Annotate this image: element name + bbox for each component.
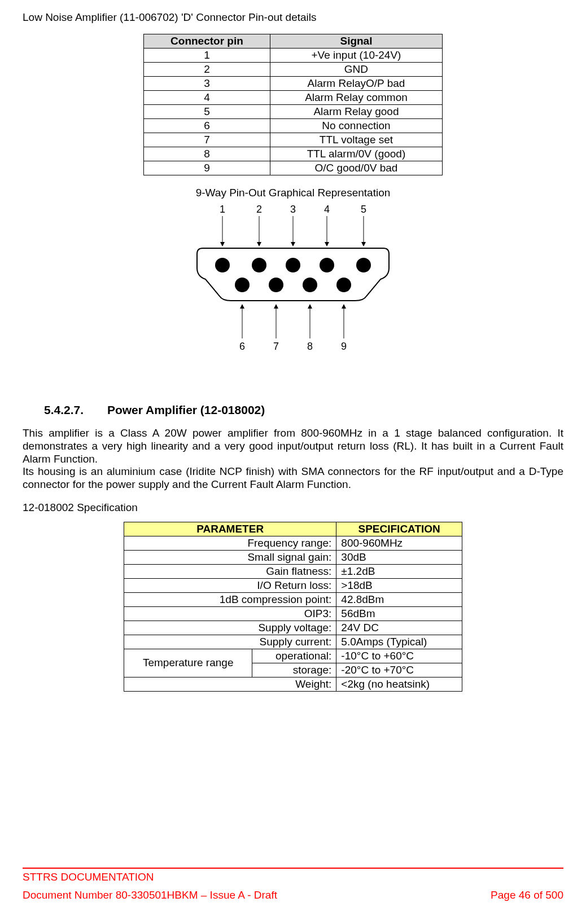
table-row: 5Alarm Relay good: [144, 105, 443, 119]
param-cell: Supply voltage:: [124, 621, 336, 635]
db9-connector-icon: 12345 6789: [180, 200, 406, 358]
spec-cell: -20°C to +70°C: [336, 663, 462, 677]
param-cell: Weight:: [124, 677, 336, 691]
section-title: Power Amplifier (12-018002): [107, 403, 265, 416]
table-row: 1+Ve input (10-24V): [144, 49, 443, 63]
svg-text:3: 3: [290, 204, 296, 215]
table-row: Gain flatness:±1.2dB: [124, 564, 462, 578]
section-number: 5.4.2.7.: [44, 403, 84, 417]
svg-point-16: [269, 278, 283, 292]
signal-cell: O/C good/0V bad: [270, 161, 442, 175]
svg-point-12: [286, 258, 300, 272]
table-row: Temperature rangeoperational:-10°C to +6…: [124, 649, 462, 663]
table-row: 3Alarm RelayO/P bad: [144, 77, 443, 91]
page-title: Low Noise Amplifier (11-006702) 'D' Conn…: [23, 11, 563, 24]
pin-number-cell: 7: [144, 133, 270, 147]
svg-point-14: [356, 258, 371, 272]
pin-number-cell: 8: [144, 147, 270, 161]
table-row: 7TTL voltage set: [144, 133, 443, 147]
param-cell: OIP3:: [124, 606, 336, 621]
table-row: Supply current:5.0Amps (Typical): [124, 635, 462, 649]
signal-cell: No connection: [270, 119, 442, 133]
param-cell: 1dB compression point:: [124, 592, 336, 606]
table-row: Frequency range:800-960MHz: [124, 536, 462, 550]
signal-cell: TTL alarm/0V (good): [270, 147, 442, 161]
signal-cell: Alarm Relay good: [270, 105, 442, 119]
svg-text:8: 8: [307, 341, 313, 352]
spec-table: PARAMETER SPECIFICATION Frequency range:…: [124, 522, 462, 692]
table-row: Supply voltage:24V DC: [124, 621, 462, 635]
table-row: 6No connection: [144, 119, 443, 133]
section-heading: 5.4.2.7. Power Amplifier (12-018002): [44, 403, 563, 417]
svg-point-17: [303, 278, 317, 292]
pinout-table: Connector pin Signal 1+Ve input (10-24V)…: [143, 34, 443, 175]
svg-text:2: 2: [256, 204, 262, 215]
param-cell: Gain flatness:: [124, 564, 336, 578]
diagram-caption: 9-Way Pin-Out Graphical Representation: [23, 187, 563, 199]
pin-number-cell: 2: [144, 63, 270, 77]
svg-text:1: 1: [220, 204, 225, 215]
param-cell: Frequency range:: [124, 536, 336, 550]
spec-header-spec: SPECIFICATION: [336, 522, 462, 536]
spec-cell: ±1.2dB: [336, 564, 462, 578]
signal-cell: GND: [270, 63, 442, 77]
param-group-cell: Temperature range: [124, 649, 252, 677]
svg-text:9: 9: [341, 341, 347, 352]
spec-table-label: 12-018002 Specification: [23, 501, 563, 514]
spec-cell: <2kg (no heatsink): [336, 677, 462, 691]
table-row: I/O Return loss:>18dB: [124, 578, 462, 592]
spec-cell: 24V DC: [336, 621, 462, 635]
pin-number-cell: 5: [144, 105, 270, 119]
pin-number-cell: 1: [144, 49, 270, 63]
pinout-header-pin: Connector pin: [144, 34, 270, 49]
param-cell: operational:: [252, 649, 336, 663]
param-cell: Supply current:: [124, 635, 336, 649]
table-header-row: Connector pin Signal: [144, 34, 443, 49]
spec-cell: -10°C to +60°C: [336, 649, 462, 663]
table-row: 4Alarm Relay common: [144, 91, 443, 105]
svg-text:6: 6: [239, 341, 245, 352]
signal-cell: +Ve input (10-24V): [270, 49, 442, 63]
body-paragraph: Its housing is an aluminium case (Iridit…: [23, 465, 563, 491]
pin-number-cell: 4: [144, 91, 270, 105]
pin-number-cell: 3: [144, 77, 270, 91]
param-cell: Small signal gain:: [124, 550, 336, 564]
param-cell: I/O Return loss:: [124, 578, 336, 592]
spec-cell: >18dB: [336, 578, 462, 592]
spec-cell: 5.0Amps (Typical): [336, 635, 462, 649]
svg-point-18: [336, 278, 351, 292]
spec-header-param: PARAMETER: [124, 522, 336, 536]
connector-diagram: 12345 6789: [23, 200, 563, 358]
table-row: 9O/C good/0V bad: [144, 161, 443, 175]
spec-cell: 56dBm: [336, 606, 462, 621]
pinout-header-signal: Signal: [270, 34, 442, 49]
table-row: Small signal gain:30dB: [124, 550, 462, 564]
signal-cell: Alarm RelayO/P bad: [270, 77, 442, 91]
table-row: Weight:<2kg (no heatsink): [124, 677, 462, 691]
table-row: 2GND: [144, 63, 443, 77]
pin-number-cell: 9: [144, 161, 270, 175]
signal-cell: Alarm Relay common: [270, 91, 442, 105]
spec-cell: 42.8dBm: [336, 592, 462, 606]
table-row: 1dB compression point:42.8dBm: [124, 592, 462, 606]
body-paragraph: This amplifier is a Class A 20W power am…: [23, 427, 563, 465]
table-row: OIP3:56dBm: [124, 606, 462, 621]
svg-point-13: [320, 258, 334, 272]
svg-text:7: 7: [273, 341, 279, 352]
pin-number-cell: 6: [144, 119, 270, 133]
param-cell: storage:: [252, 663, 336, 677]
svg-point-11: [252, 258, 266, 272]
signal-cell: TTL voltage set: [270, 133, 442, 147]
table-row: 8TTL alarm/0V (good): [144, 147, 443, 161]
table-header-row: PARAMETER SPECIFICATION: [124, 522, 462, 536]
svg-text:5: 5: [361, 204, 366, 215]
svg-point-15: [235, 278, 250, 292]
spec-cell: 800-960MHz: [336, 536, 462, 550]
svg-point-10: [215, 258, 230, 272]
svg-text:4: 4: [324, 204, 330, 215]
spec-cell: 30dB: [336, 550, 462, 564]
